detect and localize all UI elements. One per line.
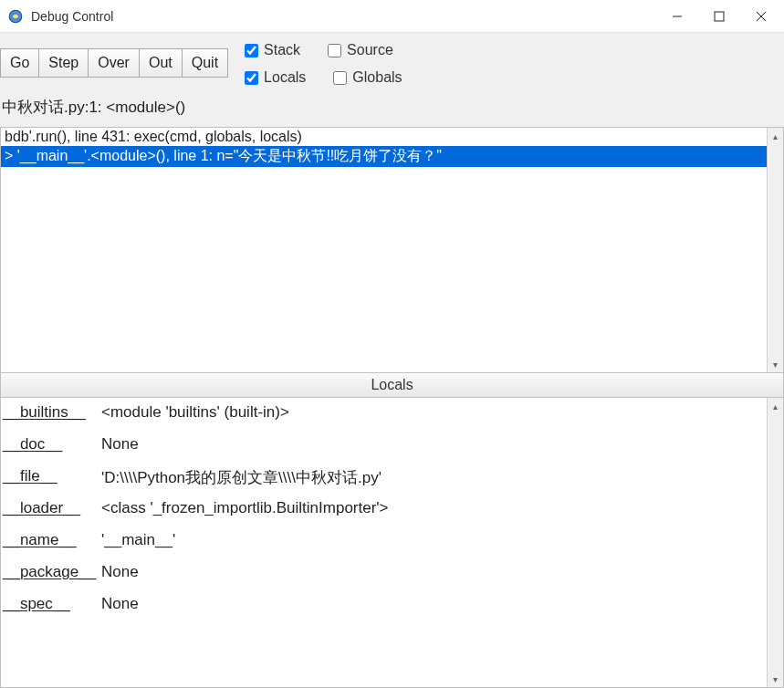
locals-key: __builtins__ [3,403,101,422]
stack-checkbox-text: Stack [264,42,300,58]
locals-value: 'D:\\\\Python我的原创文章\\\\中秋对话.py' [101,467,382,488]
debug-button-group: Go Step Over Out Quit [0,48,228,78]
locals-row[interactable]: __doc__None [3,435,765,464]
locals-value: <module 'builtins' (built-in)> [101,403,289,422]
svg-rect-2 [715,12,724,21]
window-title: Debug Control [31,9,113,24]
locals-list[interactable]: __builtins__<module 'builtins' (built-in… [1,398,767,687]
toolbar: Go Step Over Out Quit Stack Source Local… [0,33,784,91]
globals-checkbox[interactable] [333,71,347,85]
locals-row[interactable]: __builtins__<module 'builtins' (built-in… [3,403,765,433]
stack-line[interactable]: > '__main__'.<module>(), line 1: n="今天是中… [1,146,767,167]
stack-panel: bdb'.run(), line 431: exec(cmd, globals,… [0,127,784,373]
source-checkbox-label[interactable]: Source [328,42,393,58]
minimize-button[interactable] [656,1,698,32]
title-bar: Debug Control [0,0,784,33]
locals-key: __loader__ [3,499,101,517]
app-icon [7,8,24,25]
locals-row[interactable]: __spec__None [3,595,765,624]
locals-key: __doc__ [3,435,101,453]
go-button[interactable]: Go [0,48,38,78]
locals-key: __spec__ [3,595,101,613]
locals-value: '__main__' [101,531,175,549]
locals-row[interactable]: __loader__<class '_frozen_importlib.Buil… [3,499,765,528]
stack-scrollbar[interactable]: ▴ ▾ [767,128,783,372]
locals-key: __package__ [3,563,101,581]
scroll-down-icon[interactable]: ▾ [768,356,783,372]
locals-checkbox[interactable] [245,71,258,85]
step-button[interactable]: Step [38,48,88,78]
globals-checkbox-label[interactable]: Globals [333,69,402,86]
locals-row[interactable]: __package__None [3,563,765,592]
close-button[interactable] [740,1,782,32]
current-frame-status: 中秋对话.py:1: <module>() [0,91,784,127]
source-checkbox-text: Source [347,42,393,58]
quit-button[interactable]: Quit [182,48,228,78]
locals-value: None [101,563,139,581]
scroll-up-icon[interactable]: ▴ [768,398,783,414]
source-checkbox[interactable] [328,44,341,57]
locals-scrollbar[interactable]: ▴ ▾ [767,398,783,687]
locals-checkbox-text: Locals [264,69,306,86]
scroll-down-icon[interactable]: ▾ [768,671,783,687]
scroll-up-icon[interactable]: ▴ [768,128,783,144]
over-button[interactable]: Over [88,48,139,78]
locals-key: __name__ [3,531,101,549]
stack-list[interactable]: bdb'.run(), line 431: exec(cmd, globals,… [1,128,767,372]
locals-panel-header: Locals [0,373,784,398]
locals-row[interactable]: __name__'__main__' [3,531,765,560]
locals-row[interactable]: __file__'D:\\\\Python我的原创文章\\\\中秋对话.py' [3,467,765,496]
out-button[interactable]: Out [139,48,182,78]
locals-value: None [101,595,139,613]
globals-checkbox-text: Globals [352,69,402,86]
locals-key: __file__ [3,467,101,485]
stack-checkbox[interactable] [245,44,258,57]
stack-checkbox-label[interactable]: Stack [245,42,300,58]
locals-panel: __builtins__<module 'builtins' (built-in… [0,398,784,688]
maximize-button[interactable] [698,1,740,32]
locals-value: None [101,435,139,453]
stack-line[interactable]: bdb'.run(), line 431: exec(cmd, globals,… [1,128,767,146]
locals-checkbox-label[interactable]: Locals [245,69,306,86]
locals-value: <class '_frozen_importlib.BuiltinImporte… [101,499,389,517]
view-options: Stack Source Locals Globals [245,40,402,86]
